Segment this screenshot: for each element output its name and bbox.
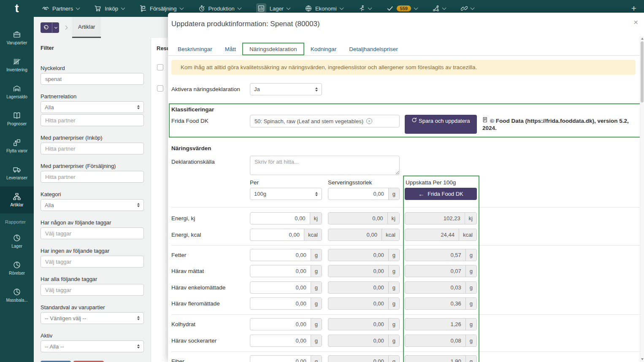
filter-select-standardval-av-varupartier[interactable]: -- Vänligen välj -- (41, 312, 144, 324)
breadcrumb-tab-artiklar[interactable]: Artiklar (72, 17, 101, 38)
filter-input-har-ingen-av-f-ljande-taggar[interactable] (41, 256, 144, 267)
filter-label: Har alla följande taggar (41, 276, 144, 282)
result-row-checkbox[interactable] (157, 85, 163, 92)
filter-input-partnerrelation[interactable] (41, 114, 144, 126)
select-value: 100g (254, 191, 266, 197)
per-input[interactable] (250, 298, 311, 309)
frida-estimate-button[interactable]: ← Frida Food DK (405, 188, 477, 200)
nutrient-row-fiber: Fiberggg (171, 355, 644, 362)
per-input[interactable] (250, 282, 311, 293)
topbar-menu-produktion[interactable]: Produktion (198, 5, 241, 12)
filter-label: Har någon av följande taggar (41, 219, 144, 226)
unit-addon: kcal (459, 229, 476, 240)
scrollbar-thumb[interactable] (641, 41, 644, 103)
filter-select-aktiv[interactable]: -- Alla -- (41, 340, 144, 352)
serving-input (328, 229, 382, 240)
tab-beskrivningar[interactable]: Beskrivningar (171, 43, 219, 55)
sidebar-item-inventering[interactable]: Inventering (0, 51, 34, 78)
topbar-menu-link[interactable] (461, 5, 474, 12)
select-caret-icon (137, 344, 140, 348)
estimate-input-group: g (405, 249, 477, 261)
select-caret-icon (137, 105, 140, 109)
truck-icon (13, 166, 21, 173)
topbar-menu-runner[interactable] (358, 5, 371, 12)
filter-input-har-alla-f-ljande-taggar[interactable] (41, 284, 144, 296)
sidebar-item-prognoser[interactable]: Prognoser (0, 105, 34, 132)
back-button[interactable] (41, 22, 59, 33)
nutrient-label: Härav mättat (171, 268, 250, 274)
filter-input-med-partnerpriser-f-rs-ljning[interactable] (41, 171, 144, 183)
undo-icon (41, 25, 52, 30)
topbar-menu-ink-p[interactable]: Inköp (95, 5, 124, 12)
chevron-down-icon (54, 25, 57, 28)
frida-food-input[interactable]: 50: Spinach, raw (Leaf and stem vegetabl… (250, 115, 400, 127)
filter-input-nyckelord[interactable] (41, 73, 144, 85)
add-button[interactable]: + (631, 3, 636, 14)
sidebar-item-varupartier[interactable]: Varupartier (0, 24, 34, 51)
serving-input-group: g (328, 281, 400, 294)
topbar-menu-ekonomi[interactable]: Ekonomi (305, 5, 343, 12)
tab-n-ringsdeklaration[interactable]: Näringsdeklaration (242, 43, 304, 55)
modal-scrollbar[interactable] (640, 36, 644, 362)
activate-declaration-select[interactable]: Ja (250, 83, 322, 95)
per-input[interactable] (250, 229, 304, 240)
serving-size-input[interactable] (328, 188, 388, 200)
per-input[interactable] (250, 213, 310, 224)
topbar-menu-partners[interactable]: Partners (42, 5, 79, 12)
scroll-up-arrow[interactable] (641, 38, 644, 40)
filter-select-partnerrelation[interactable]: Alla (41, 101, 144, 113)
filter-select-kategori[interactable]: Alla (41, 199, 144, 211)
tab-detaljhandelspriser[interactable]: Detaljhandelspriser (343, 43, 404, 55)
per-input-group: g (250, 297, 322, 310)
sidebar-item-artiklar[interactable]: Artiklar (0, 186, 34, 213)
filter-group-standardval-av-varupartier: Standardval av varupartier-- Vänligen vä… (41, 304, 144, 324)
filter-label: Har ingen av följande taggar (41, 248, 144, 254)
save-and-update-button[interactable]: Spara och uppdatera (405, 115, 477, 134)
unit-addon: g (388, 249, 399, 261)
serving-input (328, 356, 388, 362)
filter-input-med-partnerpriser-ink-p[interactable] (41, 143, 144, 154)
sidebar-item-flytta-varor[interactable]: Flytta varor (0, 132, 34, 159)
app-logo[interactable]: t (0, 2, 34, 15)
topbar-menu-molecule[interactable] (433, 5, 446, 12)
stopwatch-icon (198, 5, 205, 12)
per-unit-select[interactable]: 100g (250, 188, 322, 200)
sidebar-item-r-relser[interactable]: Rörelser (0, 255, 34, 282)
remove-tag-icon[interactable]: × (366, 118, 372, 124)
nutrient-label: Energi, kcal (171, 232, 250, 238)
modal-tabs: BeskrivningarMåttNäringsdeklarationKodni… (168, 43, 644, 56)
estimate-input (405, 356, 465, 362)
filter-input-har-n-gon-av-f-ljande-taggar[interactable] (41, 227, 144, 239)
per-input[interactable] (250, 265, 311, 277)
per-input[interactable] (250, 319, 311, 330)
sidebar-item-label: Inventering (6, 68, 27, 72)
nutrient-row-energi-kcal: Energi, kcalkcalkcalkcal (171, 229, 644, 241)
tab-kodningar[interactable]: Kodningar (304, 43, 343, 55)
result-row-checkbox[interactable] (157, 64, 163, 70)
filter-label: Partnerrelation (41, 93, 144, 100)
briefcase-icon (13, 31, 21, 38)
pie-icon (13, 288, 21, 296)
per-input[interactable] (250, 356, 311, 362)
serving-input-group: g (328, 318, 400, 330)
back-button-caret[interactable] (52, 22, 59, 33)
sidebar-item-lager[interactable]: Lager (0, 228, 34, 255)
sidebar-item-massbala[interactable]: Massbala... (0, 282, 34, 309)
estimate-input (405, 265, 465, 277)
scroll-down-arrow[interactable] (641, 358, 644, 360)
unit-addon: g (465, 265, 476, 277)
unit-addon: kcal (304, 229, 322, 240)
sidebar-item-leveranser[interactable]: Leveranser (0, 159, 34, 186)
sidebar-item-lagersaldo[interactable]: Lagersaldo (0, 78, 34, 105)
unit-addon: g (388, 298, 399, 309)
close-button[interactable]: × (633, 18, 638, 26)
topbar-menu-f-rs-ljning[interactable]: Försäljning (140, 5, 183, 12)
classification-section-highlight: Klassificeringar Frida Food DK 50: Spina… (169, 103, 643, 138)
tab-m-tt[interactable]: Mått (219, 43, 242, 55)
per-input[interactable] (250, 249, 311, 261)
per-input[interactable] (250, 335, 311, 346)
declaration-source-textarea[interactable] (250, 156, 400, 175)
estimate-input (405, 229, 459, 240)
topbar-menu-check[interactable]: 559 (387, 5, 417, 12)
topbar-menu-lager[interactable]: Lager (256, 3, 290, 14)
